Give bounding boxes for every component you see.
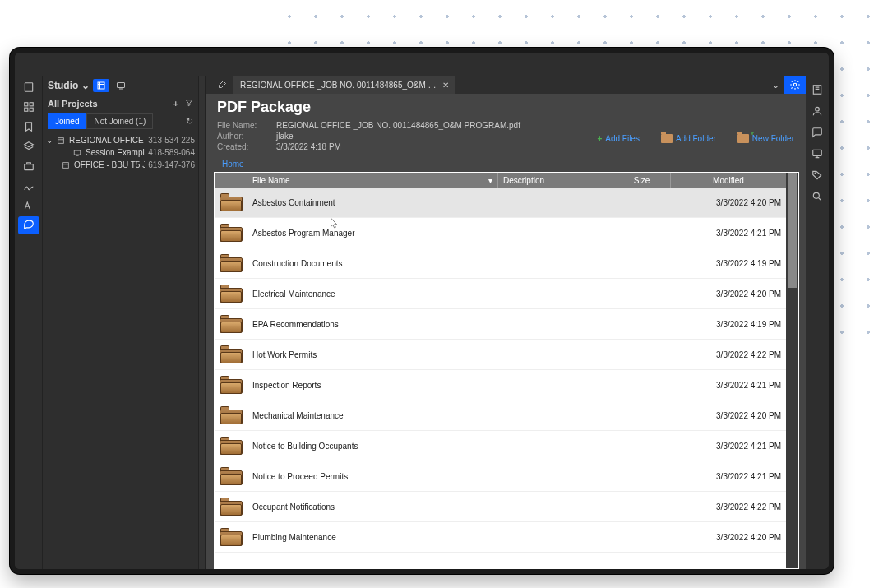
document-tab-label: REGIONAL OFFICE _JOB NO. 0011484865_O&M … bbox=[240, 81, 437, 90]
author-value: jlake bbox=[276, 132, 294, 141]
header-size[interactable]: Size bbox=[613, 173, 671, 188]
close-icon[interactable]: ✕ bbox=[442, 81, 449, 90]
file-modified: 3/3/2022 4:20 PM bbox=[671, 411, 786, 420]
expand-icon[interactable]: ⌄ bbox=[46, 136, 53, 145]
document-tab[interactable]: REGIONAL OFFICE _JOB NO. 0011484865_O&M … bbox=[233, 76, 455, 94]
folder-icon bbox=[220, 193, 243, 211]
signatures-icon[interactable] bbox=[18, 177, 39, 195]
sessions-mode-icon[interactable] bbox=[113, 79, 129, 92]
file-name: Asbestos Containment bbox=[247, 198, 498, 207]
scrollbar-thumb[interactable] bbox=[788, 173, 797, 288]
tree-label: REGIONAL OFFICE TER... bbox=[69, 136, 145, 145]
file-name: Plumbing Maintenance bbox=[247, 533, 498, 542]
studio-icon[interactable] bbox=[18, 216, 39, 234]
file-row[interactable]: Occupant Notifications3/3/2022 4:22 PM bbox=[215, 492, 786, 522]
layers-icon[interactable] bbox=[18, 137, 39, 155]
unknown-icon[interactable] bbox=[18, 197, 39, 215]
vertical-ruler bbox=[199, 76, 206, 569]
project-tree: ⌄REGIONAL OFFICE TER...313-534-225Sessio… bbox=[43, 131, 198, 569]
comment-icon[interactable] bbox=[808, 123, 826, 141]
tag-icon[interactable] bbox=[808, 166, 826, 184]
folder-icon bbox=[220, 315, 243, 333]
svg-point-13 bbox=[816, 107, 820, 111]
studio-panel: Studio ⌄ All Projects + Joined Not Joine… bbox=[43, 76, 199, 569]
add-files-button[interactable]: +Add Files bbox=[597, 134, 640, 143]
screen-icon[interactable] bbox=[808, 145, 826, 163]
folder-icon bbox=[220, 224, 243, 242]
file-name: Notice to Proceed Permits bbox=[247, 472, 498, 481]
svg-rect-1 bbox=[24, 103, 27, 106]
file-name: Mechanical Maintenance bbox=[247, 411, 498, 420]
tree-code: 418-589-064 bbox=[148, 148, 195, 157]
filename-value: REGIONAL OFFICE _JOB NO. 0011484865_O&M … bbox=[276, 121, 520, 130]
header-icon[interactable] bbox=[215, 173, 247, 188]
file-row[interactable]: Construction Documents3/3/2022 4:19 PM bbox=[215, 248, 786, 279]
folder-icon bbox=[220, 345, 243, 363]
file-row[interactable]: Notice to Building Occupants3/3/2022 4:2… bbox=[215, 431, 786, 461]
folder-icon bbox=[220, 498, 243, 516]
svg-rect-6 bbox=[98, 82, 104, 89]
folder-icon bbox=[220, 528, 243, 546]
breadcrumb-home[interactable]: Home bbox=[222, 160, 244, 169]
thumbnails-icon[interactable] bbox=[18, 98, 39, 116]
tree-item[interactable]: OFFICE - BBU T5 Job No...619-147-376 bbox=[43, 159, 198, 171]
search-icon[interactable] bbox=[808, 188, 826, 206]
window-titlebar bbox=[15, 53, 829, 76]
tree-label: Session Example bbox=[86, 148, 145, 157]
file-row[interactable]: EPA Recommendations3/3/2022 4:19 PM bbox=[215, 309, 786, 340]
toolchest-icon[interactable] bbox=[18, 157, 39, 175]
header-modified[interactable]: Modified bbox=[671, 173, 786, 188]
new-folder-button[interactable]: New Folder bbox=[737, 134, 794, 143]
studio-label: Studio bbox=[48, 80, 78, 91]
header-description[interactable]: Description bbox=[498, 173, 613, 188]
author-label: Author: bbox=[217, 132, 261, 141]
file-row[interactable]: Asbestos Program Manager3/3/2022 4:21 PM bbox=[215, 218, 786, 248]
svg-point-11 bbox=[793, 83, 797, 86]
file-modified: 3/3/2022 4:20 PM bbox=[671, 289, 786, 299]
properties-icon[interactable] bbox=[808, 81, 826, 99]
settings-button[interactable] bbox=[784, 76, 806, 94]
add-folder-button[interactable]: Add Folder bbox=[661, 134, 716, 143]
svg-rect-7 bbox=[118, 83, 125, 88]
file-row[interactable]: Plumbing Maintenance3/3/2022 4:20 PM bbox=[215, 522, 786, 553]
bookmarks-icon[interactable] bbox=[18, 118, 39, 136]
file-list-header: File Name▾ Description Size Modified bbox=[215, 173, 786, 188]
tab-joined[interactable]: Joined bbox=[48, 113, 86, 129]
folder-icon bbox=[220, 406, 243, 424]
svg-rect-5 bbox=[24, 164, 33, 170]
file-modified: 3/3/2022 4:20 PM bbox=[671, 198, 786, 207]
projects-mode-icon[interactable] bbox=[93, 79, 109, 92]
studio-dropdown[interactable]: Studio ⌄ bbox=[43, 76, 198, 95]
file-row[interactable]: Electrical Maintenance3/3/2022 4:20 PM bbox=[215, 279, 786, 309]
file-row[interactable]: Notice to Proceed Permits3/3/2022 4:21 P… bbox=[215, 461, 786, 492]
file-access-icon[interactable] bbox=[18, 78, 39, 96]
folder-icon bbox=[220, 285, 243, 303]
app-window: Studio ⌄ All Projects + Joined Not Joine… bbox=[10, 48, 834, 574]
add-icon[interactable]: + bbox=[173, 99, 178, 109]
file-row[interactable]: Hot Work Permits3/3/2022 4:22 PM bbox=[215, 340, 786, 370]
folder-icon bbox=[220, 254, 243, 272]
new-folder-icon bbox=[737, 134, 749, 143]
filter-icon[interactable] bbox=[185, 99, 193, 109]
refresh-icon[interactable]: ↻ bbox=[186, 116, 193, 127]
user-icon[interactable] bbox=[808, 102, 826, 120]
tab-overflow-icon[interactable]: ⌄ bbox=[767, 80, 784, 90]
file-modified: 3/3/2022 4:19 PM bbox=[671, 259, 786, 268]
file-name: Hot Work Permits bbox=[247, 350, 498, 359]
tree-item[interactable]: Session Example418-589-064 bbox=[43, 146, 198, 159]
file-list: File Name▾ Description Size Modified Asb… bbox=[214, 172, 799, 569]
header-filename[interactable]: File Name▾ bbox=[247, 173, 498, 188]
tab-not-joined[interactable]: Not Joined (1) bbox=[86, 113, 153, 129]
file-row[interactable]: Asbestos Containment3/3/2022 4:20 PM bbox=[215, 188, 786, 218]
file-row[interactable]: Mechanical Maintenance3/3/2022 4:20 PM bbox=[215, 400, 786, 431]
svg-rect-2 bbox=[30, 103, 33, 106]
brush-icon[interactable] bbox=[210, 80, 233, 90]
tree-code: 619-147-376 bbox=[148, 160, 195, 169]
tree-label: OFFICE - BBU T5 Job No... bbox=[74, 160, 145, 169]
file-name: Asbestos Program Manager bbox=[247, 229, 498, 238]
file-row[interactable]: Inspection Reports3/3/2022 4:21 PM bbox=[215, 370, 786, 400]
tree-item[interactable]: ⌄REGIONAL OFFICE TER...313-534-225 bbox=[43, 134, 198, 146]
file-modified: 3/3/2022 4:19 PM bbox=[671, 320, 786, 329]
file-name: Notice to Building Occupants bbox=[247, 442, 498, 451]
scrollbar[interactable] bbox=[786, 173, 798, 568]
